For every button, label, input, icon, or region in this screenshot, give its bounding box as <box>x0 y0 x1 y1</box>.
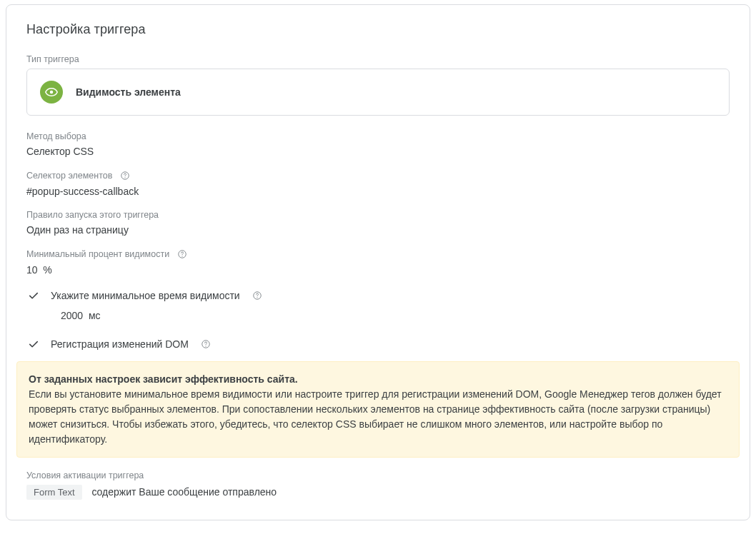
visibility-eye-icon <box>40 81 63 104</box>
element-selector-label: Селектор элементов <box>26 170 730 181</box>
warning-body: Если вы установите минимальное время вид… <box>29 388 722 445</box>
warning-title: От заданных настроек зависит эффективнос… <box>29 373 298 385</box>
svg-point-2 <box>124 177 125 178</box>
element-selector-label-text: Селектор элементов <box>26 171 112 181</box>
dom-observe-label: Регистрация изменений DOM <box>51 338 189 350</box>
fire-rule-label: Правило запуска этого триггера <box>26 210 730 220</box>
page-title: Настройка триггера <box>26 22 730 37</box>
svg-point-4 <box>181 256 182 256</box>
dom-observe-option: Регистрация изменений DOM <box>26 337 730 351</box>
help-icon[interactable] <box>176 248 188 260</box>
activation-variable-chip: Form Text <box>26 485 82 500</box>
min-percent-value: 10 % <box>26 264 730 276</box>
svg-point-8 <box>205 346 206 346</box>
trigger-type-label: Тип триггера <box>26 54 730 64</box>
svg-point-6 <box>257 297 257 298</box>
selection-method-label: Метод выбора <box>26 131 730 141</box>
help-icon[interactable] <box>119 170 131 181</box>
checkmark-icon <box>26 337 41 351</box>
fire-rule-value: Один раз на страницу <box>26 224 730 236</box>
min-percent-label-text: Минимальный процент видимости <box>26 249 169 259</box>
element-selector-value: #popup-success-callback <box>26 186 730 197</box>
performance-warning: От заданных настроек зависит эффективнос… <box>16 361 740 458</box>
trigger-config-card: Настройка триггера Тип триггера Видимост… <box>6 4 750 520</box>
activation-condition: Form Text содержит Ваше сообщение отправ… <box>26 485 730 500</box>
trigger-type-selector[interactable]: Видимость элемента <box>26 69 730 116</box>
activation-condition-text: содержит Ваше сообщение отправлено <box>91 486 277 498</box>
trigger-type-name: Видимость элемента <box>76 86 181 98</box>
min-time-option: Укажите минимальное время видимости <box>26 288 730 303</box>
svg-point-0 <box>50 91 54 94</box>
selection-method-value: Селектор CSS <box>26 146 730 157</box>
help-icon[interactable] <box>200 338 212 350</box>
min-time-value: 2000 мс <box>61 310 730 321</box>
checkmark-icon <box>26 288 41 303</box>
activation-label: Условия активации триггера <box>26 470 730 480</box>
min-percent-label: Минимальный процент видимости <box>26 248 730 260</box>
help-icon[interactable] <box>252 290 263 301</box>
min-time-label: Укажите минимальное время видимости <box>51 290 240 301</box>
